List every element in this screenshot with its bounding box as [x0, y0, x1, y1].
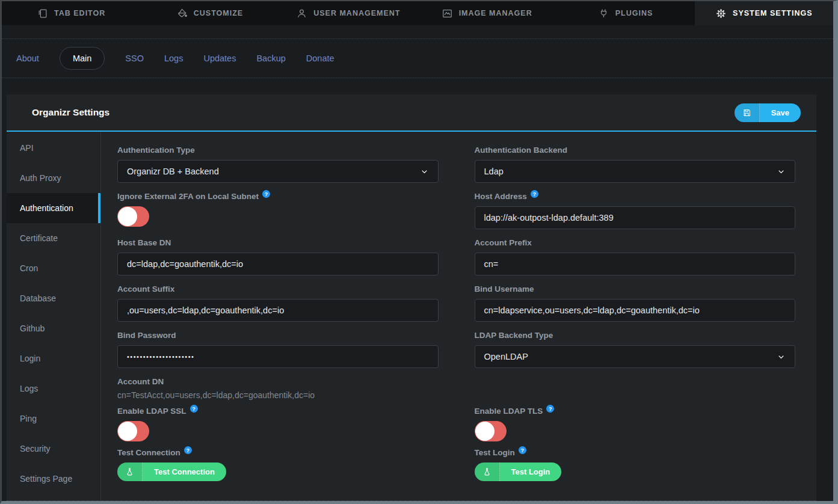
nav-plugins[interactable]: PLUGINS — [556, 1, 694, 25]
bind-username-label: Bind Username — [475, 284, 796, 293]
bind-password-masked-value: ••••••••••••••••••••• — [127, 353, 194, 360]
host-base-dn-input[interactable]: dc=ldap,dc=goauthentik,dc=io — [117, 253, 439, 275]
account-dn-value: cn=TestAcct,ou=users,dc=ldap,dc=goauthen… — [117, 390, 439, 400]
account-prefix-label: Account Prefix — [475, 238, 796, 247]
save-icon — [735, 103, 760, 122]
save-button[interactable]: Save — [735, 103, 801, 122]
authentication-backend-label: Authentication Backend — [475, 146, 796, 155]
help-icon[interactable]: ? — [531, 190, 538, 198]
subnav-updates[interactable]: Updates — [203, 54, 236, 63]
subnav-logs[interactable]: Logs — [164, 54, 183, 63]
save-button-label: Save — [760, 108, 801, 117]
authentication-type-label: Authentication Type — [117, 146, 439, 155]
test-login-button[interactable]: Test Login — [475, 463, 562, 481]
sidebar-item-api[interactable]: API — [7, 133, 100, 163]
flask-icon — [475, 463, 500, 481]
toggle-knob — [475, 422, 494, 441]
subnav-backup[interactable]: Backup — [256, 54, 285, 63]
sidebar-item-github[interactable]: Github — [7, 313, 100, 343]
subnav-about[interactable]: About — [16, 54, 39, 63]
authentication-backend-value: Ldap — [484, 167, 504, 176]
account-dn-label: Account DN — [117, 377, 439, 386]
help-icon[interactable]: ? — [184, 446, 192, 454]
nav-image-manager[interactable]: IMAGE MANAGER — [417, 1, 556, 25]
toggle-knob — [118, 207, 137, 226]
enable-ldap-tls-label: Enable LDAP TLS ? — [475, 407, 796, 416]
subnav-sso[interactable]: SSO — [125, 54, 144, 63]
nav-label: CUSTOMIZE — [194, 9, 243, 17]
ignore-2fa-toggle[interactable] — [117, 206, 149, 227]
sidebar-item-cron[interactable]: Cron — [7, 253, 100, 283]
nav-label: PLUGINS — [615, 9, 653, 17]
authentication-type-value: Organizr DB + Backend — [127, 167, 219, 176]
test-connection-label: Test Connection ? — [117, 448, 439, 457]
panel-header: Organizr Settings Save — [7, 94, 816, 132]
subnav-donate[interactable]: Donate — [306, 54, 334, 63]
sidebar-item-settings-page[interactable]: Settings Page — [7, 464, 100, 494]
sidebar-item-authentication[interactable]: Authentication — [7, 193, 100, 223]
bind-password-label: Bind Password — [117, 331, 439, 340]
plugins-icon — [598, 8, 609, 19]
account-prefix-input[interactable]: cn= — [475, 253, 796, 275]
test-connection-button-label: Test Connection — [143, 467, 226, 476]
nav-label: TAB EDITOR — [54, 9, 105, 17]
sidebar-item-database[interactable]: Database — [7, 283, 100, 313]
test-connection-button[interactable]: Test Connection — [117, 463, 226, 481]
enable-ldap-ssl-toggle[interactable] — [117, 421, 149, 441]
authentication-backend-select[interactable]: Ldap — [475, 160, 796, 183]
chevron-down-icon — [777, 352, 786, 361]
host-address-input[interactable]: ldap://ak-outpost-ldap.default:389 — [475, 206, 796, 229]
help-icon[interactable]: ? — [190, 405, 198, 413]
enable-ldap-ssl-label: Enable LDAP SSL ? — [117, 407, 439, 416]
help-icon[interactable]: ? — [546, 405, 554, 413]
subnav-main[interactable]: Main — [60, 47, 105, 70]
sidebar-item-login[interactable]: Login — [7, 343, 100, 373]
nav-customize[interactable]: CUSTOMIZE — [140, 1, 279, 25]
sidebar-item-certificate[interactable]: Certificate — [7, 223, 100, 253]
tab-editor-icon — [37, 8, 48, 19]
nav-label: USER MANAGEMENT — [313, 9, 400, 17]
settings-sidebar: API Auth Proxy Authentication Certificat… — [7, 132, 101, 500]
sidebar-item-logs[interactable]: Logs — [7, 373, 100, 404]
sidebar-item-auth-proxy[interactable]: Auth Proxy — [7, 163, 100, 193]
page-title: Organizr Settings — [32, 107, 109, 118]
ldap-backend-type-select[interactable]: OpenLDAP — [475, 345, 796, 368]
top-navbar: TAB EDITOR CUSTOMIZE USER MANAGEMENT IMA… — [2, 1, 833, 25]
ldap-backend-type-value: OpenLDAP — [484, 352, 528, 361]
bind-password-input[interactable]: ••••••••••••••••••••• — [117, 345, 439, 368]
organizr-settings-panel: Organizr Settings Save API Auth Proxy Au… — [7, 94, 816, 501]
ldap-backend-type-label: LDAP Backend Type — [475, 331, 796, 340]
host-base-dn-label: Host Base DN — [117, 238, 439, 247]
account-suffix-input[interactable]: ,ou=users,dc=ldap,dc=goauthentik,dc=io — [117, 299, 439, 322]
settings-subnav: About Main SSO Logs Updates Backup Donat… — [2, 38, 833, 78]
sidebar-item-ping[interactable]: Ping — [7, 404, 100, 434]
nav-label: IMAGE MANAGER — [459, 9, 532, 17]
authentication-type-select[interactable]: Organizr DB + Backend — [117, 160, 439, 183]
chevron-down-icon — [777, 167, 786, 176]
bind-username-input[interactable]: cn=ldapservice,ou=users,dc=ldap,dc=goaut… — [475, 299, 796, 322]
nav-user-management[interactable]: USER MANAGEMENT — [279, 1, 417, 25]
customize-icon — [176, 8, 188, 19]
image-manager-icon — [442, 8, 453, 19]
account-suffix-label: Account Suffix — [117, 284, 439, 293]
nav-label: SYSTEM SETTINGS — [733, 9, 812, 17]
flask-icon — [117, 463, 143, 481]
test-login-label: Test Login ? — [475, 448, 796, 457]
enable-ldap-tls-toggle[interactable] — [475, 421, 507, 441]
nav-system-settings[interactable]: SYSTEM SETTINGS — [695, 1, 833, 25]
ignore-2fa-label: Ignore External 2FA on Local Subnet ? — [117, 192, 439, 201]
help-icon[interactable]: ? — [519, 446, 526, 454]
chevron-down-icon — [420, 167, 429, 176]
help-icon[interactable]: ? — [262, 190, 270, 198]
host-address-label: Host Address ? — [475, 192, 796, 201]
sidebar-item-security[interactable]: Security — [7, 434, 100, 464]
test-login-button-label: Test Login — [500, 467, 562, 476]
authentication-form: Authentication Type Organizr DB + Backen… — [101, 132, 816, 500]
toggle-knob — [118, 422, 137, 441]
nav-tab-editor[interactable]: TAB EDITOR — [2, 1, 140, 25]
system-settings-icon — [715, 8, 727, 19]
user-management-icon — [296, 8, 307, 19]
